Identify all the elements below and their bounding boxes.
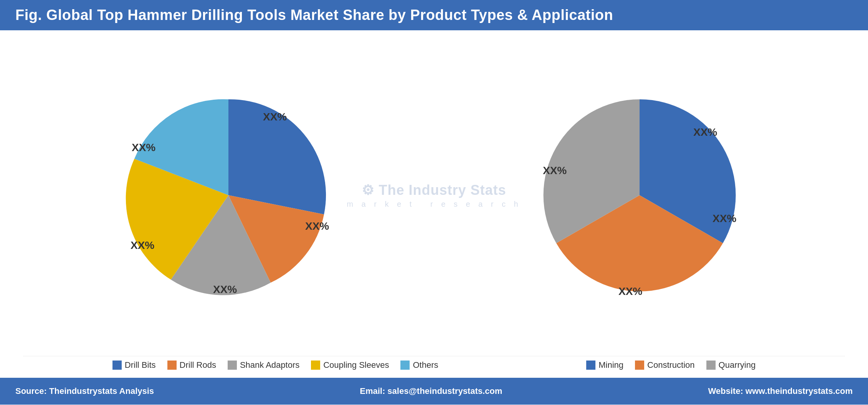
charts-container: ⚙ The Industry Stats m a r k e t r e s e… [23,38,845,352]
legend-label-coupling-sleeves: Coupling Sleeves [323,360,389,370]
legend-label-quarrying: Quarrying [719,360,756,370]
label-others: XX% [132,142,155,153]
label-shank-adaptors: XX% [213,283,237,295]
legend-color-mining [586,361,595,370]
legend-item-quarrying: Quarrying [706,360,756,370]
legend-item-construction: Construction [635,360,695,370]
legend-label-construction: Construction [647,360,695,370]
footer-source: Source: Theindustrystats Analysis [15,386,154,396]
left-chart-wrapper: XX% XX% XX% XX% XX% [109,76,347,314]
label-drill-rods: XX% [305,220,329,232]
footer-website: Website: www.theindustrystats.com [708,386,853,396]
legend-item-others: Others [400,360,438,370]
legend-color-quarrying [706,361,716,370]
legend-left: Drill Bits Drill Rods Shank Adaptors Cou… [112,360,438,370]
legend-color-drill-bits [112,361,122,370]
legend-color-drill-rods [167,361,177,370]
label-mining-top: XX% [693,126,717,138]
legend-label-others: Others [413,360,438,370]
main-content: ⚙ The Industry Stats m a r k e t r e s e… [0,30,868,378]
label-drill-bits: XX% [263,111,287,123]
footer: Source: Theindustrystats Analysis Email:… [0,378,868,405]
watermark: ⚙ The Industry Stats m a r k e t r e s e… [347,182,521,208]
watermark-sub: m a r k e t r e s e a r c h [347,199,521,208]
legend-item-drill-rods: Drill Rods [167,360,216,370]
legend-label-drill-rods: Drill Rods [180,360,216,370]
right-chart-wrapper: XX% XX% XX% XX% [521,76,759,314]
right-pie-chart: XX% XX% XX% XX% [521,76,759,314]
page-title: Fig. Global Top Hammer Drilling Tools Ma… [15,7,613,23]
left-pie-chart: XX% XX% XX% XX% XX% [109,76,347,314]
label-quarrying: XX% [543,165,567,176]
legend-label-shank-adaptors: Shank Adaptors [240,360,299,370]
legend-label-mining: Mining [599,360,623,370]
header: Fig. Global Top Hammer Drilling Tools Ma… [0,0,868,30]
legend-color-shank-adaptors [228,361,237,370]
legend-item-shank-adaptors: Shank Adaptors [228,360,299,370]
legend-item-mining: Mining [586,360,623,370]
legend-color-coupling-sleeves [311,361,320,370]
legend-container: Drill Bits Drill Rods Shank Adaptors Cou… [23,356,845,374]
label-coupling-sleeves: XX% [131,239,154,251]
legend-item-drill-bits: Drill Bits [112,360,156,370]
label-construction: XX% [713,212,736,224]
legend-color-others [400,361,410,370]
legend-right: Mining Construction Quarrying [586,360,756,370]
legend-item-coupling-sleeves: Coupling Sleeves [311,360,389,370]
watermark-logo: ⚙ The Industry Stats [347,182,521,198]
footer-email: Email: sales@theindustrystats.com [360,386,502,396]
label-construction-bottom: XX% [618,285,642,297]
legend-color-construction [635,361,644,370]
legend-label-drill-bits: Drill Bits [125,360,156,370]
